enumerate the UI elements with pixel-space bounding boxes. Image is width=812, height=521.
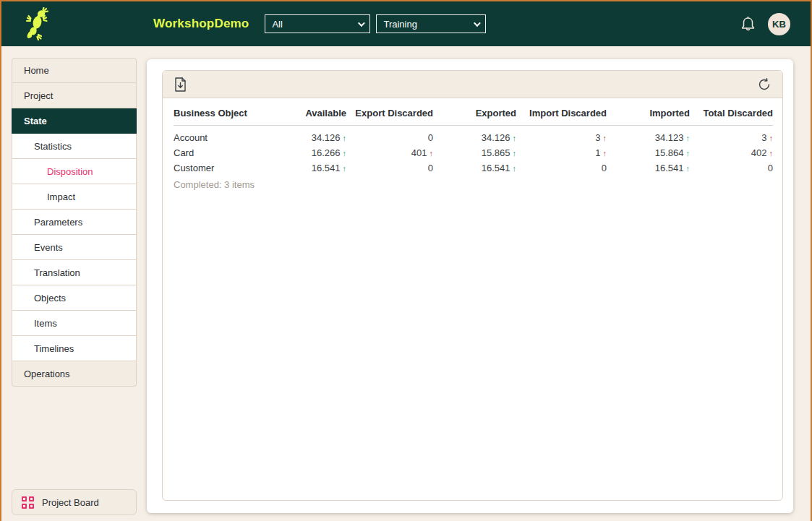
trend-up-arrow-icon: ↑ [769,134,774,142]
refresh-icon [757,77,772,92]
sidebar-item-translation[interactable]: Translation [12,260,137,285]
cell-total-discarded: 0 [690,160,773,176]
sidebar-item-operations[interactable]: Operations [12,361,137,387]
trend-up-arrow-icon: ↑ [513,149,517,158]
cell-imported: 15.864↑ [607,145,690,160]
sidebar-item-home[interactable]: Home [12,58,137,83]
table-wrap: Business ObjectAvailableExport Discarded… [163,98,782,194]
cell-imported: 16.541↑ [607,160,690,176]
download-button[interactable] [172,75,189,94]
cell-import-discarded: 1↑ [516,145,607,160]
sidebar-item-events[interactable]: Events [12,235,137,260]
scope-filter-value: All [272,19,282,30]
column-header-imported: Imported [607,98,690,126]
sidebar-item-items[interactable]: Items [12,311,137,336]
content-card: Business ObjectAvailableExport Discarded… [147,59,793,513]
table-header-row: Business ObjectAvailableExport Discarded… [174,98,773,126]
table-row-account: Account34.126↑034.126↑3↑34.123↑3↑ [174,126,773,146]
sidebar-item-disposition[interactable]: Disposition [12,159,137,184]
user-avatar[interactable]: KB [768,13,790,35]
column-header-import-discarded: Import Discarded [516,98,607,126]
cell-available: 16.541↑ [281,160,346,176]
trend-up-arrow-icon: ↑ [686,134,691,142]
cell-business-object: Customer [174,160,281,176]
cell-available: 16.266↑ [281,145,346,160]
project-board-button[interactable]: Project Board [12,489,137,515]
cell-business-object: Card [174,145,281,160]
app-title: WorkshopDemo [153,17,249,31]
gecko-logo-icon [22,7,52,40]
project-board-label: Project Board [42,497,99,508]
table-row-customer: Customer16.541↑016.541↑016.541↑0 [174,160,773,176]
notifications-bell-icon[interactable] [740,15,756,33]
refresh-button[interactable] [756,76,773,93]
cell-total-discarded: 3↑ [690,126,773,146]
sidebar-nav: HomeProjectStateStatisticsDispositionImp… [12,58,137,387]
disposition-table: Business ObjectAvailableExport Discarded… [174,98,773,176]
sidebar-item-objects[interactable]: Objects [12,285,137,311]
trend-up-arrow-icon: ↑ [603,134,607,142]
sidebar-item-statistics[interactable]: Statistics [12,134,137,159]
table-row-card: Card16.266↑401↑15.865↑1↑15.864↑402↑ [174,145,773,160]
grid-icon [22,496,34,509]
cell-total-discarded: 402↑ [690,145,773,160]
trend-up-arrow-icon: ↑ [603,149,607,158]
environment-filter-select[interactable]: Training [376,14,486,33]
chevron-down-icon [358,20,365,27]
scope-filter-select[interactable]: All [265,14,370,33]
environment-filter-value: Training [383,19,416,30]
table-status: Completed: 3 items [174,176,772,194]
trend-up-arrow-icon: ↑ [686,164,691,173]
sidebar-item-parameters[interactable]: Parameters [12,210,137,235]
cell-exported: 34.126↑ [433,126,516,146]
sidebar-item-timelines[interactable]: Timelines [12,336,137,361]
trend-up-arrow-icon: ↑ [343,149,347,158]
cell-exported: 15.865↑ [433,145,516,160]
cell-export-discarded: 401↑ [346,145,433,160]
trend-up-arrow-icon: ↑ [686,149,691,158]
disposition-panel: Business ObjectAvailableExport Discarded… [162,70,783,501]
trend-up-arrow-icon: ↑ [769,149,774,158]
cell-import-discarded: 0 [516,160,607,176]
trend-up-arrow-icon: ↑ [513,164,517,173]
trend-up-arrow-icon: ↑ [513,134,517,142]
card-toolbar [163,71,782,98]
sidebar-item-impact[interactable]: Impact [12,184,137,210]
column-header-export-discarded: Export Discarded [346,98,433,126]
trend-up-arrow-icon: ↑ [429,149,434,158]
app-window: WorkshopDemo All Training KB HomeProject… [0,0,812,521]
cell-import-discarded: 3↑ [516,126,607,146]
sidebar-item-project[interactable]: Project [12,83,137,108]
cell-imported: 34.123↑ [607,126,690,146]
column-header-available: Available [281,98,346,126]
cell-exported: 16.541↑ [433,160,516,176]
chevron-down-icon [474,20,481,27]
column-header-business-object: Business Object [174,98,281,126]
column-header-total-discarded: Total Discarded [690,98,773,126]
cell-export-discarded: 0 [346,160,433,176]
trend-up-arrow-icon: ↑ [343,164,347,173]
column-header-exported: Exported [433,98,516,126]
sidebar-item-state[interactable]: State [12,108,137,134]
header-actions: KB [740,13,790,35]
app-header: WorkshopDemo All Training KB [1,1,811,46]
cell-available: 34.126↑ [281,126,346,146]
cell-business-object: Account [174,126,281,146]
download-file-icon [174,77,187,92]
cell-export-discarded: 0 [346,126,433,146]
trend-up-arrow-icon: ↑ [343,134,347,142]
